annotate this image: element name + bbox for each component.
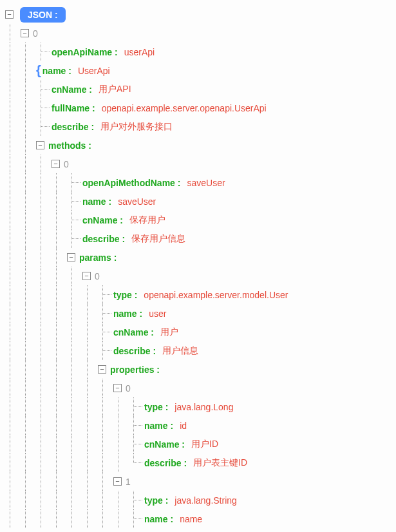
collapse-icon[interactable]: − <box>82 272 91 280</box>
root-node: − JSON : <box>5 5 391 24</box>
kv-param-type: type : openapi.example.server.model.User <box>5 285 391 304</box>
key-label: name : <box>82 196 111 207</box>
kv-cnName: cnName : 用户API <box>5 80 391 99</box>
key-label: properties : <box>110 365 160 375</box>
index-label: 0 <box>126 383 131 394</box>
key-label: describe : <box>113 346 156 356</box>
key-label: type : <box>144 495 168 506</box>
kv-name: { name : UserApi <box>5 61 391 80</box>
collapse-icon[interactable]: − <box>113 477 122 486</box>
value-label: 用户 <box>160 327 178 338</box>
kv-prop0-describe: describe : 用户表主键ID <box>5 453 391 472</box>
kv-method-cnName: cnName : 保存用户 <box>5 211 391 229</box>
value-label: openapi.example.server.model.User <box>144 290 288 300</box>
kv-param-cnName: cnName : 用户 <box>5 323 391 341</box>
params-index-0: − 0 <box>5 267 391 285</box>
kv-prop0-cnName: cnName : 用户ID <box>5 435 391 453</box>
key-label: cnName : <box>82 215 123 225</box>
collapse-icon[interactable]: − <box>21 29 29 37</box>
value-label: saveUser <box>118 196 156 207</box>
kv-param-name: name : user <box>5 304 391 323</box>
value-label: userApi <box>124 47 155 57</box>
array-index-0: − 0 <box>5 24 391 43</box>
kv-fullName: fullName : openapi.example.server.openap… <box>5 99 391 117</box>
value-label: id <box>180 421 187 431</box>
key-label: describe : <box>52 122 94 132</box>
collapse-icon[interactable]: − <box>52 160 60 168</box>
key-label: openApiMethodName : <box>82 178 180 188</box>
kv-prop1-type: type : java.lang.String <box>5 491 391 509</box>
kv-openApiMethodName: openApiMethodName : saveUser <box>5 173 391 192</box>
key-label: describe : <box>144 458 187 468</box>
collapse-icon[interactable]: − <box>5 10 14 19</box>
json-tree: − JSON : − 0 openApiName : userApi { nam… <box>5 5 391 528</box>
value-label: UserApi <box>78 66 110 76</box>
key-label: name : <box>144 514 173 524</box>
key-label: type : <box>144 402 168 412</box>
kv-properties: − properties : <box>5 360 391 379</box>
value-label: saveUser <box>187 178 225 188</box>
value-label: 用户表主键ID <box>193 457 247 469</box>
collapse-icon[interactable]: − <box>113 384 122 392</box>
index-label: 0 <box>33 28 38 39</box>
key-label: name : <box>113 309 142 319</box>
collapse-icon[interactable]: − <box>98 365 106 374</box>
key-label: describe : <box>82 234 125 244</box>
key-label: methods : <box>48 140 91 151</box>
properties-index-1: − 1 <box>5 472 391 491</box>
kv-param-describe: describe : 用户信息 <box>5 341 391 360</box>
value-label: java.lang.String <box>174 495 237 506</box>
key-label: fullName : <box>52 103 95 113</box>
value-label: java.lang.Long <box>174 402 233 412</box>
methods-index-0: − 0 <box>5 155 391 173</box>
kv-prop0-type: type : java.lang.Long <box>5 397 391 416</box>
index-label: 0 <box>64 159 69 169</box>
kv-methods: − methods : <box>5 136 391 155</box>
key-label: params : <box>79 252 117 263</box>
kv-prop0-name: name : id <box>5 416 391 435</box>
key-label: cnName : <box>144 439 185 450</box>
value-label: 保存用户 <box>129 214 165 226</box>
key-label: name : <box>144 421 173 431</box>
value-label: 用户API <box>99 84 131 95</box>
key-label: cnName : <box>52 84 92 95</box>
value-label: 用户对外服务接口 <box>100 121 173 133</box>
value-label: name <box>180 514 202 524</box>
collapse-icon[interactable]: − <box>36 141 44 149</box>
kv-prop1-name: name : name <box>5 509 391 528</box>
kv-params: − params : <box>5 248 391 267</box>
key-label: cnName : <box>113 327 154 337</box>
value-label: 保存用户信息 <box>131 233 185 245</box>
key-label: type : <box>113 290 137 300</box>
value-label: user <box>149 309 166 319</box>
collapse-icon[interactable]: − <box>67 253 75 261</box>
kv-openApiName: openApiName : userApi <box>5 43 391 61</box>
kv-method-describe: describe : 保存用户信息 <box>5 229 391 248</box>
value-label: openapi.example.server.openapi.UserApi <box>102 103 267 113</box>
root-label: JSON : <box>20 7 66 23</box>
key-label: openApiName : <box>52 47 118 57</box>
index-label: 0 <box>95 271 100 281</box>
kv-method-name: name : saveUser <box>5 192 391 211</box>
index-label: 1 <box>126 477 131 487</box>
properties-index-0: − 0 <box>5 379 391 397</box>
kv-describe: describe : 用户对外服务接口 <box>5 117 391 136</box>
value-label: 用户信息 <box>162 345 198 357</box>
value-label: 用户ID <box>191 439 218 450</box>
brace-icon: { <box>36 63 41 78</box>
key-label: name : <box>42 66 71 76</box>
